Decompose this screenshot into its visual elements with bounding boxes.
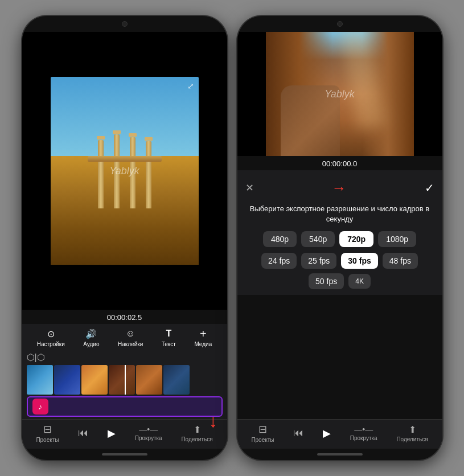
stickers-icon: ☺ (124, 327, 137, 340)
nav-projects-left[interactable]: ⊟ Проекты (36, 423, 59, 443)
settings-icon: ⊙ (44, 327, 57, 340)
nav-share-left[interactable]: ⬆ Поделиться (181, 424, 212, 442)
preview-icon-left: —•— (139, 425, 158, 434)
timeline-thumb-5 (163, 365, 190, 395)
media-icon: + (197, 327, 210, 340)
left-screen: ⤢ Yablyk 00:00:02.5 ⊙ Настройки 🔊 Аудио … (22, 32, 227, 449)
fps-24[interactable]: 24 fps (261, 253, 297, 269)
nav-play-right[interactable]: ▶ (323, 427, 331, 440)
toolbar-stickers[interactable]: ☺ Наклейки (118, 327, 143, 347)
share-icon-left: ⬆ (194, 424, 201, 435)
left-bottom-nav: ⊟ Проекты ⏮ ▶ —•— Прокрутка ⬆ Поделиться (22, 419, 227, 449)
nav-preview-label-left: Прокрутка (135, 435, 162, 441)
nav-projects-label-left: Проекты (36, 437, 59, 443)
left-video-preview: ⤢ Yablyk (22, 32, 227, 310)
right-phone: Yablyk 00:00:00.0 ✕ → ✓ Выберите экспорт… (237, 16, 442, 460)
export-dialog: ✕ → ✓ Выберите экспортное разрешение и ч… (237, 170, 442, 295)
right-screen: Yablyk 00:00:00.0 ✕ → ✓ Выберите экспорт… (237, 32, 442, 449)
res-720p[interactable]: 720p (339, 231, 373, 247)
nav-projects-label-right: Проекты (251, 437, 274, 443)
toolbar-media-label: Медиа (194, 341, 212, 347)
back-icon-left: ⏮ (78, 427, 88, 439)
toolbar-text[interactable]: T Текст (162, 327, 176, 347)
fps-4k[interactable]: 4K (348, 274, 371, 289)
music-icon: ♪ (32, 399, 48, 415)
timeline-cursor (125, 365, 126, 395)
right-bottom-nav: ⊟ Проекты ⏮ ▶ —•— Прокрутка ⬆ Поделиться (237, 419, 442, 449)
timeline-thumb-0 (27, 365, 53, 395)
export-close-button[interactable]: ✕ (245, 182, 254, 194)
fps-25[interactable]: 25 fps (301, 253, 336, 269)
fps-30[interactable]: 30 fps (341, 253, 377, 269)
projects-icon-left: ⊟ (43, 423, 52, 436)
left-timeline: ⬡|⬡ (22, 350, 227, 419)
export-arrow: → (332, 179, 347, 197)
toolbar-audio-label: Аудио (83, 341, 99, 347)
fps-50[interactable]: 50 fps (309, 273, 344, 289)
toolbar-audio[interactable]: 🔊 Аудио (83, 327, 99, 347)
audio-icon: 🔊 (85, 327, 97, 340)
play-icon-left: ▶ (108, 427, 116, 440)
toolbar-media[interactable]: + Медиа (194, 327, 212, 347)
nav-back-left[interactable]: ⏮ (78, 427, 88, 439)
timeline-controls: ⬡|⬡ (27, 352, 223, 363)
resolution-row: 480p 540p 720p 1080p (245, 231, 434, 247)
toolbar-text-label: Текст (162, 341, 176, 347)
export-header: ✕ → ✓ (245, 176, 434, 202)
expand-icon[interactable]: ⤢ (187, 81, 194, 91)
music-clip[interactable]: ♪ (27, 396, 223, 417)
nav-preview-right[interactable]: —•— Прокрутка (350, 425, 377, 441)
timeline-strip[interactable] (27, 365, 223, 395)
toolbar-settings-label: Настройки (37, 341, 65, 347)
nav-projects-right[interactable]: ⊟ Проекты (251, 423, 274, 443)
right-home-indicator (317, 453, 363, 456)
left-time: 00:00:02.5 (22, 310, 227, 324)
right-camera (337, 21, 343, 27)
toolbar-stickers-label: Наклейки (118, 341, 143, 347)
left-phone: ⤢ Yablyk 00:00:02.5 ⊙ Настройки 🔊 Аудио … (22, 16, 227, 460)
trim-icon[interactable]: ⬡|⬡ (27, 352, 45, 363)
back-icon-right: ⏮ (293, 427, 303, 439)
export-confirm-button[interactable]: ✓ (425, 181, 434, 195)
left-home-indicator (102, 453, 147, 456)
toolbar-settings[interactable]: ⊙ Настройки (37, 327, 65, 347)
share-icon-right: ⬆ (409, 424, 416, 435)
right-time: 00:00:00.0 (237, 156, 442, 170)
export-title: Выберите экспортное разрешение и число к… (245, 202, 434, 231)
res-540p[interactable]: 540p (301, 231, 335, 247)
left-toolbar: ⊙ Настройки 🔊 Аудио ☺ Наклейки T Текст +… (22, 324, 227, 350)
nav-share-label-left: Поделиться (181, 436, 212, 442)
timeline-thumb-2 (81, 365, 108, 395)
projects-icon-right: ⊟ (258, 423, 267, 436)
nav-back-right[interactable]: ⏮ (293, 427, 303, 439)
nav-play-left[interactable]: ▶ (108, 427, 116, 440)
text-icon: T (162, 327, 175, 340)
fps-48[interactable]: 48 fps (383, 253, 418, 269)
fps-row: 24 fps 25 fps 30 fps 48 fps 50 fps 4K (245, 253, 434, 289)
play-icon-right: ▶ (323, 427, 331, 440)
timeline-thumb-1 (54, 365, 80, 395)
res-1080p[interactable]: 1080p (378, 231, 416, 247)
nav-preview-left[interactable]: —•— Прокрутка (135, 425, 162, 441)
res-480p[interactable]: 480p (263, 231, 297, 247)
nav-share-label-right: Поделиться (396, 436, 428, 442)
right-phone-top (237, 16, 442, 32)
timeline-thumb-3 (109, 365, 135, 395)
preview-icon-right: —•— (354, 425, 373, 434)
right-phone-bottom (237, 449, 442, 460)
nav-share-right[interactable]: ⬆ Поделиться (396, 424, 428, 442)
nav-preview-label-right: Прокрутка (350, 435, 377, 441)
left-phone-top (22, 16, 227, 32)
left-phone-bottom (22, 449, 227, 460)
timeline-thumb-4 (136, 365, 162, 395)
right-video-preview: Yablyk (237, 32, 442, 156)
left-camera (122, 21, 128, 27)
